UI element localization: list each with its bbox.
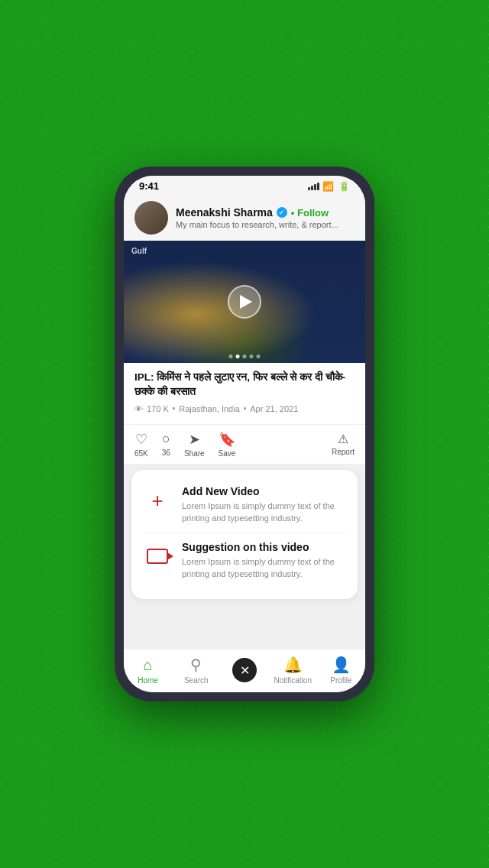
report-label: Report xyxy=(332,448,355,456)
like-action[interactable]: ♡ 65K xyxy=(134,431,148,458)
user-bio: My main focus to research, write, & repo… xyxy=(176,220,355,229)
user-name: Meenakshi Sharma xyxy=(176,206,273,219)
close-button[interactable]: ✕ xyxy=(232,658,257,682)
article-title: IPL: किमिंस ने पहले लुटाए रन, फिर बल्ले … xyxy=(134,371,355,400)
nav-home[interactable]: ⌂ Home xyxy=(124,656,172,685)
play-button[interactable] xyxy=(228,285,261,319)
bell-icon: 🔔 xyxy=(283,656,303,674)
suggestion-desc: Lorem Ipsum is simply dummy text of the … xyxy=(182,555,345,581)
status-bar: 9:41 📶 🔋 xyxy=(124,176,365,195)
suggestion-text: Suggestion on this video Lorem Ipsum is … xyxy=(182,541,345,581)
nav-profile[interactable]: 👤 Profile xyxy=(317,656,365,685)
phone-screen: 9:41 📶 🔋 Meenakshi Sharma ✓ xyxy=(124,176,365,692)
comment-icon: ○ xyxy=(162,431,170,447)
verified-icon: ✓ xyxy=(277,207,287,218)
add-video-title: Add New Video xyxy=(182,485,345,497)
dot-3 xyxy=(243,355,247,358)
comment-count: 36 xyxy=(162,449,170,457)
save-action[interactable]: 🔖 Save xyxy=(219,431,236,458)
share-label: Share xyxy=(184,449,205,458)
plus-icon: + xyxy=(151,491,163,510)
avatar xyxy=(134,201,168,235)
view-count: 170 K xyxy=(147,404,169,413)
add-icon-wrap: + xyxy=(144,487,171,514)
nav-search-label: Search xyxy=(184,676,209,685)
action-bar: ♡ 65K ○ 36 ➤ Share 🔖 Save ⚠ Report xyxy=(124,425,365,464)
add-video-text: Add New Video Lorem Ipsum is simply dumm… xyxy=(182,485,345,525)
video-watermark: Gulf xyxy=(131,247,147,255)
wifi-icon: 📶 xyxy=(322,181,334,192)
nav-notification[interactable]: 🔔 Notification xyxy=(269,656,317,685)
play-icon xyxy=(240,295,252,309)
video-dots xyxy=(229,355,261,358)
save-label: Save xyxy=(219,449,236,458)
share-icon: ➤ xyxy=(189,431,200,448)
video-thumbnail[interactable]: Gulf xyxy=(124,241,365,363)
share-action[interactable]: ➤ Share xyxy=(184,431,205,458)
dot-2 xyxy=(236,355,240,358)
nav-home-label: Home xyxy=(138,676,158,685)
status-time: 9:41 xyxy=(139,180,159,192)
nav-close[interactable]: ✕ xyxy=(220,658,268,682)
nav-profile-label: Profile xyxy=(330,676,351,685)
close-icon: ✕ xyxy=(240,663,250,678)
profile-icon: 👤 xyxy=(332,656,351,674)
suggestion-title: Suggestion on this video xyxy=(182,541,345,553)
dot-5 xyxy=(257,355,261,358)
alert-icon: ⚠ xyxy=(338,432,348,446)
user-info: Meenakshi Sharma ✓ • Follow My main focu… xyxy=(176,206,355,229)
article-location: Rajasthan, India xyxy=(179,404,240,413)
report-action[interactable]: ⚠ Report xyxy=(332,432,355,456)
bottom-nav: ⌂ Home ⚲ Search ✕ 🔔 Notification 👤 Profi… xyxy=(124,649,365,692)
like-count: 65K xyxy=(134,449,148,458)
follow-button[interactable]: • Follow xyxy=(291,207,329,219)
bookmark-icon: 🔖 xyxy=(219,431,235,448)
eye-icon: 👁 xyxy=(134,404,143,413)
article-meta: 👁 170 K • Rajasthan, India • Apr 21, 202… xyxy=(134,404,355,413)
bottom-sheet: + Add New Video Lorem Ipsum is simply du… xyxy=(131,470,358,599)
dot-4 xyxy=(250,355,254,358)
suggestion-item[interactable]: Suggestion on this video Lorem Ipsum is … xyxy=(144,533,345,588)
nav-search[interactable]: ⚲ Search xyxy=(172,656,220,685)
battery-icon: 🔋 xyxy=(338,181,350,192)
search-icon: ⚲ xyxy=(190,656,202,674)
add-video-item[interactable]: + Add New Video Lorem Ipsum is simply du… xyxy=(144,478,345,533)
article-content: IPL: किमिंस ने पहले लुटाए रन, फिर बल्ले … xyxy=(124,363,365,424)
video-icon-wrap xyxy=(144,542,171,570)
article-date: Apr 21, 2021 xyxy=(250,404,298,413)
nav-notification-label: Notification xyxy=(274,676,311,685)
user-header: Meenakshi Sharma ✓ • Follow My main focu… xyxy=(124,195,365,241)
status-icons: 📶 🔋 xyxy=(308,181,350,192)
phone-frame: 9:41 📶 🔋 Meenakshi Sharma ✓ xyxy=(115,167,374,701)
comment-action[interactable]: ○ 36 xyxy=(162,431,170,457)
home-icon: ⌂ xyxy=(144,656,153,674)
signal-icon xyxy=(308,183,319,190)
dot-1 xyxy=(229,355,233,358)
add-video-desc: Lorem Ipsum is simply dummy text of the … xyxy=(182,500,345,525)
heart-icon: ♡ xyxy=(135,431,147,448)
video-camera-icon xyxy=(147,549,168,564)
